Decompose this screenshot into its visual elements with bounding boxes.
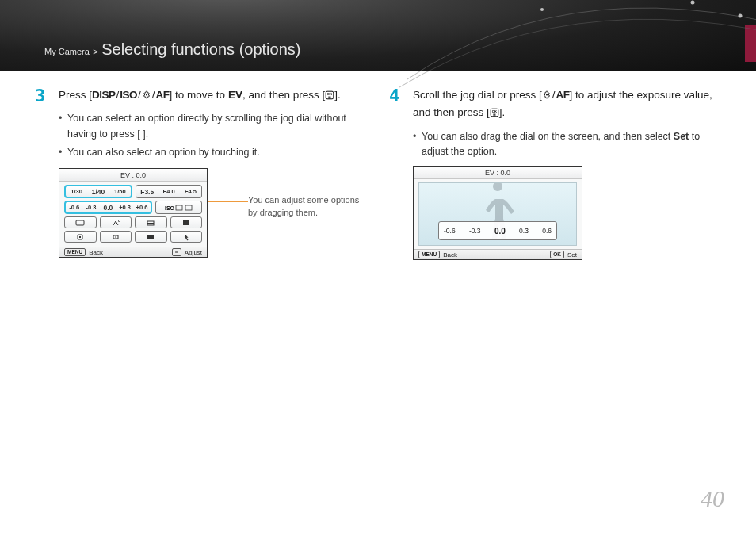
svg-rect-10 [176, 205, 182, 210]
svg-point-0 [540, 8, 544, 11]
breadcrumb-title: Selecting functions (options) [101, 40, 300, 58]
screen1-title: EV : 0.0 [59, 169, 207, 182]
footer-set: OKSet [498, 250, 582, 259]
callout-leader-line [208, 201, 248, 202]
bullet: You can select an option directly by scr… [59, 111, 367, 142]
ok-icon: OK▦ [325, 89, 334, 105]
svg-rect-11 [185, 205, 192, 210]
footer-back: MENUBack [59, 247, 133, 257]
svg-text:ISO: ISO [165, 205, 175, 211]
disp-label: DISP [92, 89, 116, 101]
step-3-instruction: Press [DISP/ISO//AF] to move to EV, and … [59, 87, 367, 105]
option-cell-3 [135, 216, 167, 228]
bullet: You can also select an option by touchin… [59, 145, 367, 160]
screen2-title: EV : 0.0 [414, 167, 582, 179]
svg-point-2 [691, 1, 695, 5]
figure-step-3: EV : 0.0 1/30 1/40 1/50 F3.5 [59, 168, 367, 258]
svg-rect-16 [183, 220, 189, 225]
svg-point-5 [146, 94, 147, 96]
page-number: 40 [701, 485, 724, 512]
step-3-bullets: You can select an option directly by scr… [59, 111, 367, 160]
breadcrumb-sep: > [93, 47, 97, 56]
af-label: AF [156, 89, 170, 101]
callout-text: You can adjust some options by dragging … [248, 194, 367, 219]
option-cell-2: OFF [100, 216, 132, 228]
option-cell-7 [135, 231, 167, 243]
screen2-stage: -0.6 -0.3 0.0 0.3 0.6 [418, 182, 577, 246]
step-number-3: 3 [35, 87, 49, 105]
option-cell-6 [100, 231, 132, 243]
svg-text:OFF: OFF [118, 219, 120, 223]
svg-rect-21 [147, 235, 154, 239]
footer-adjust: ≡Adjust [133, 247, 207, 257]
step-3: 3 Press [DISP/ISO//AF] to move to EV, an… [35, 87, 367, 105]
option-cell-5 [64, 231, 97, 243]
breadcrumb: My Camera > Selecting functions (options… [44, 40, 300, 59]
flower-icon [142, 89, 151, 105]
svg-rect-12 [76, 220, 84, 225]
ev-group: -0.6 -0.3 0.0 +0.3 +0.6 [64, 201, 152, 214]
svg-text:▦: ▦ [493, 113, 496, 117]
svg-rect-18 [79, 236, 81, 238]
svg-point-20 [115, 236, 116, 238]
breadcrumb-section: My Camera [44, 47, 90, 56]
option-cell-8 [170, 231, 203, 243]
ev-scale-box: -0.6 -0.3 0.0 0.3 0.6 [438, 221, 557, 240]
option-cell-4 [170, 216, 203, 228]
page-header: My Camera > Selecting functions (options… [0, 0, 756, 71]
header-decoration [423, 0, 756, 111]
column-right: 4 Scroll the jog dial or press [/AF] to … [389, 87, 721, 260]
column-left: 3 Press [DISP/ISO//AF] to move to EV, an… [35, 87, 367, 260]
camera-screen-2: EV : 0.0 -0.6 -0.3 0.0 0.3 0.6 MENUBack [413, 166, 582, 260]
step-4-bullets: You can also drag the dial on the screen… [413, 129, 721, 160]
svg-text:▦: ▦ [328, 96, 331, 99]
step-number-4: 4 [389, 87, 403, 123]
aperture-group: F3.5 F4.0 F4.5 [136, 185, 202, 198]
screen2-footer: MENUBack OKSet [414, 249, 582, 259]
ev-label: EV [228, 89, 242, 101]
iso-group: ISO [155, 201, 202, 214]
bullet: You can also drag the dial on the screen… [413, 129, 721, 160]
svg-point-3 [739, 14, 743, 18]
screen1-footer: MENUBack ≡Adjust [59, 247, 207, 257]
shutter-group: 1/30 1/40 1/50 [64, 185, 132, 198]
iso-label: ISO [120, 89, 137, 101]
camera-screen-1: EV : 0.0 1/30 1/40 1/50 F3.5 [59, 168, 208, 258]
footer-back: MENUBack [414, 250, 498, 259]
option-cell-1 [64, 216, 97, 228]
